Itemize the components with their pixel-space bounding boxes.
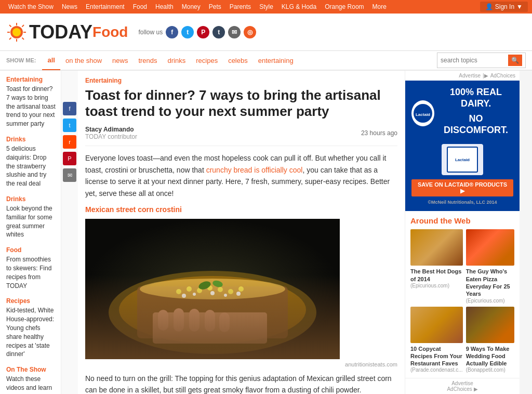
sidebar-category-label: Recipes xyxy=(6,297,56,305)
svg-point-27 xyxy=(197,280,211,291)
nav-more[interactable]: More xyxy=(368,0,391,14)
svg-point-12 xyxy=(119,276,306,344)
nav-klg-hoda[interactable]: KLG & Hoda xyxy=(277,0,321,14)
svg-line-7 xyxy=(22,37,24,40)
around-web-title: Around the Web xyxy=(410,216,514,225)
svg-point-23 xyxy=(193,293,196,296)
article-image xyxy=(85,219,340,359)
sidebar-item-text: From smoothies to skewers: Find recipes … xyxy=(6,255,56,290)
sidebar-item[interactable]: Entertaining Toast for dinner? 7 ways to… xyxy=(6,76,56,128)
today-sun-logo xyxy=(6,22,27,43)
twitter-icon[interactable]: t xyxy=(181,26,194,38)
article-timestamp: 23 hours ago xyxy=(361,129,397,137)
sidebar-category-label: Drinks xyxy=(6,195,56,203)
email-icon[interactable]: ✉ xyxy=(228,26,241,38)
svg-line-6 xyxy=(9,25,11,27)
filter-all[interactable]: all xyxy=(42,51,60,70)
lactaid-ad[interactable]: Lactaid 100% REAL DAIRY. NO DISCOMFORT. … xyxy=(405,81,520,211)
svg-point-1 xyxy=(12,28,21,36)
left-sidebar: Entertaining Toast for dinner? 7 ways to… xyxy=(0,71,61,394)
tumblr-icon[interactable]: t xyxy=(212,26,225,38)
logo-wrapper[interactable]: TODAY Food xyxy=(6,21,128,43)
around-web-title-1: The Guy Who's Eaten Pizza Everyday For 2… xyxy=(466,268,514,297)
svg-rect-31 xyxy=(174,308,184,332)
svg-point-18 xyxy=(207,285,212,291)
sidebar-item-text: 5 delicious daiquiris: Drop the strawber… xyxy=(6,145,56,188)
around-web-item-0[interactable]: The Best Hot Dogs of 2014 (Epicurious.co… xyxy=(410,229,463,303)
article-image-container: anutritionisteats.com xyxy=(85,219,397,367)
share-reddit-button[interactable]: r xyxy=(63,135,76,149)
share-twitter-button[interactable]: t xyxy=(63,119,76,132)
sidebar-category-label: On The Show xyxy=(6,366,56,373)
around-web-thumb-2 xyxy=(410,307,463,343)
food-image-svg xyxy=(85,219,340,359)
share-facebook-button[interactable]: f xyxy=(63,102,76,115)
nav-entertainment[interactable]: Entertainment xyxy=(82,0,129,14)
rss-icon[interactable]: ◎ xyxy=(244,26,256,38)
nav-food[interactable]: Food xyxy=(129,0,151,14)
search-box[interactable]: 🔍 xyxy=(437,52,526,68)
filter-celebs[interactable]: celebs xyxy=(223,51,253,70)
svg-point-16 xyxy=(187,286,192,292)
svg-point-20 xyxy=(228,289,233,294)
article-inline-link[interactable]: crunchy bread is officially cool xyxy=(206,166,303,174)
filter-recipes[interactable]: recipes xyxy=(191,51,223,70)
article-meta: Stacy Adimando TODAY contributor 23 hour… xyxy=(85,126,397,146)
nav-orange-room[interactable]: Orange Room xyxy=(321,0,368,14)
around-web-title-2: 10 Copycat Recipes From Your Restaurant … xyxy=(410,345,463,367)
around-web-thumb-3 xyxy=(466,307,514,343)
svg-point-19 xyxy=(218,287,223,292)
svg-line-8 xyxy=(22,25,24,27)
around-web-item-1[interactable]: The Guy Who's Eaten Pizza Everyday For 2… xyxy=(466,229,514,303)
nav-parents[interactable]: Parents xyxy=(225,0,255,14)
sidebar-item-text: Toast for dinner? 7 ways to bring the ar… xyxy=(6,85,56,128)
sidebar-item[interactable]: On The Show Watch these videos and learn… xyxy=(6,366,56,394)
ad-copyright: ©McNeil Nutritionals, LLC 2014 xyxy=(411,200,513,205)
search-input[interactable] xyxy=(441,57,508,64)
svg-text:Lactaid: Lactaid xyxy=(416,112,430,117)
nav-news[interactable]: News xyxy=(58,0,82,14)
ad-headline-1: 100% REAL DAIRY. xyxy=(438,87,513,109)
pinterest-icon[interactable]: P xyxy=(197,26,209,38)
filter-news[interactable]: news xyxy=(107,51,133,70)
nav-money[interactable]: Money xyxy=(178,0,205,14)
nav-pets[interactable]: Pets xyxy=(205,0,225,14)
sidebar-item[interactable]: Food From smoothies to skewers: Find rec… xyxy=(6,246,56,290)
article-author: Stacy Adimando xyxy=(85,126,137,133)
share-email-button[interactable]: ✉ xyxy=(63,168,76,182)
filter-trends[interactable]: trends xyxy=(133,51,162,70)
nav-style[interactable]: Style xyxy=(255,0,277,14)
sidebar-category-label: Drinks xyxy=(6,136,56,143)
nav-health[interactable]: Health xyxy=(151,0,178,14)
recipe-link-1[interactable]: Mexican street corn crostini xyxy=(85,205,397,214)
around-web-source-0: (Epicurious.com) xyxy=(410,283,463,288)
article-category: Entertaining xyxy=(85,77,397,84)
share-pinterest-button[interactable]: P xyxy=(63,152,76,165)
facebook-icon[interactable]: f xyxy=(166,26,178,38)
sidebar-category-label: Food xyxy=(6,246,56,254)
site-header: TODAY Food follow us f t P t ✉ ◎ xyxy=(0,14,532,51)
filter-on-the-show[interactable]: on the show xyxy=(60,51,107,70)
search-button[interactable]: 🔍 xyxy=(508,55,522,66)
ad-cta-button[interactable]: SAVE ON LACTAID® PRODUCTS ▶ xyxy=(411,179,513,196)
sidebar-item-text: Look beyond the familiar for some great … xyxy=(6,204,56,239)
article-title: Toast for dinner? 7 ways to bring the ar… xyxy=(85,87,397,120)
around-web-item-2[interactable]: 10 Copycat Recipes From Your Restaurant … xyxy=(410,307,463,373)
sidebar-item-text: Kid-tested, White House-approved: Young … xyxy=(6,306,56,359)
signin-button[interactable]: 👤 Sign In ▼ xyxy=(480,2,528,12)
svg-rect-29 xyxy=(153,312,267,344)
follow-us-section: follow us f t P t ✉ ◎ xyxy=(138,26,256,38)
lactaid-brand-label: Lactaid xyxy=(455,157,470,162)
svg-point-24 xyxy=(210,291,215,295)
top-navigation: Watch the Show News Entertainment Food H… xyxy=(0,0,532,14)
ad-label: Advertise |▶ AdChoices xyxy=(405,71,520,81)
filter-drinks[interactable]: drinks xyxy=(163,51,191,70)
filter-entertaining[interactable]: entertaining xyxy=(253,51,299,70)
svg-point-25 xyxy=(224,294,227,297)
sidebar-item[interactable]: Drinks Look beyond the familiar for some… xyxy=(6,195,56,239)
sidebar-item[interactable]: Recipes Kid-tested, White House-approved… xyxy=(6,297,56,359)
nav-watch-show[interactable]: Watch the Show xyxy=(4,0,58,14)
around-web-item-3[interactable]: 9 Ways To Make Wedding Food Actually Edi… xyxy=(466,307,514,373)
sidebar-item[interactable]: Drinks 5 delicious daiquiris: Drop the s… xyxy=(6,136,56,188)
article-contributor: TODAY contributor xyxy=(85,133,137,140)
